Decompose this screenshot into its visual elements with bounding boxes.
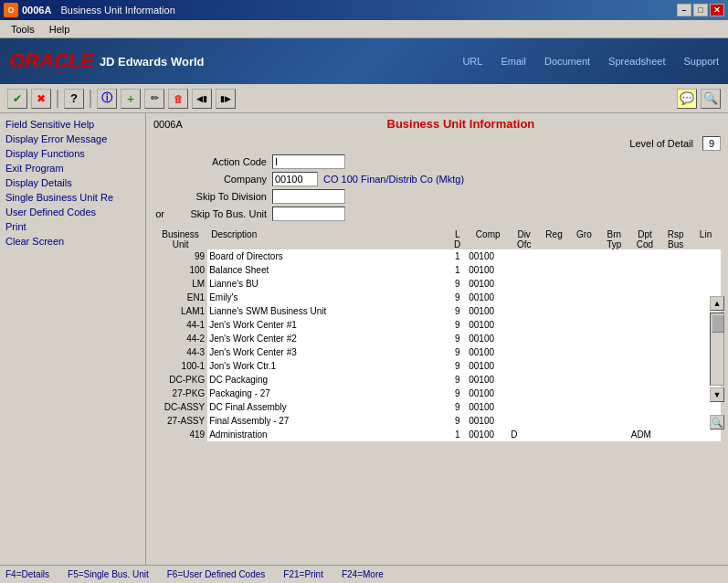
- cell-rsp: [660, 263, 691, 277]
- cell-dpt: [629, 414, 660, 428]
- header-link-document[interactable]: Document: [544, 56, 590, 67]
- action-code-label: Action Code: [153, 156, 272, 167]
- menu-tools[interactable]: Tools: [4, 22, 42, 37]
- skip-bus-unit-field: or Skip To Bus. Unit: [153, 207, 721, 221]
- info-button[interactable]: ⓘ: [97, 89, 117, 109]
- cell-rsp: [660, 373, 691, 387]
- delete-button[interactable]: 🗑: [168, 89, 188, 109]
- sidebar-item-field-sensitive-help[interactable]: Field Sensitive Help: [0, 117, 145, 132]
- action-code-input[interactable]: [272, 154, 345, 169]
- sidebar-item-user-defined-codes[interactable]: User Defined Codes: [0, 205, 145, 219]
- header-link-url[interactable]: URL: [462, 56, 482, 67]
- nav-back-button[interactable]: ◀▮: [192, 89, 212, 109]
- cell-bu: LAM1: [153, 304, 207, 318]
- form-title: Business Unit Information: [201, 117, 721, 131]
- cell-div: [509, 332, 539, 345]
- minimize-button[interactable]: –: [677, 4, 691, 16]
- table-row[interactable]: 27-PKGPackaging - 27900100: [153, 387, 721, 400]
- status-f6[interactable]: F6=User Defined Codes: [167, 569, 266, 579]
- cell-gro: [569, 304, 599, 318]
- app-icon: O: [4, 3, 18, 17]
- th-l: L: [448, 229, 467, 239]
- table-row[interactable]: 44-1Jen's Work Center #1900100: [153, 318, 721, 332]
- cell-div: [509, 345, 539, 359]
- cell-brn: [599, 332, 629, 345]
- cell-comp: 00100: [467, 400, 509, 414]
- sidebar-item-single-business-unit[interactable]: Single Business Unit Re: [0, 190, 145, 205]
- chat-button[interactable]: 💬: [677, 89, 697, 109]
- add-button[interactable]: +: [121, 89, 141, 109]
- sidebar: Field Sensitive Help Display Error Messa…: [0, 113, 146, 574]
- cell-bu: 44-1: [153, 318, 207, 332]
- table-row[interactable]: LMLianne's BU900100: [153, 277, 721, 291]
- cancel-button[interactable]: ✖: [31, 89, 51, 109]
- cell-lin: [691, 428, 721, 441]
- edit-button[interactable]: ✏: [144, 89, 164, 109]
- level-of-detail-input[interactable]: [702, 136, 721, 151]
- cell-div: [509, 400, 539, 414]
- status-f5[interactable]: F5=Single Bus. Unit: [68, 569, 149, 579]
- maximize-button[interactable]: □: [693, 4, 708, 16]
- toolbar: ✔ ✖ ? ⓘ + ✏ 🗑 ◀▮ ▮▶ 💬 🔍: [0, 84, 728, 113]
- table-row[interactable]: 27-ASSYFinal Assembly - 27900100: [153, 414, 721, 428]
- skip-bus-unit-input[interactable]: [272, 207, 345, 221]
- table-row[interactable]: 100Balance Sheet100100: [153, 263, 721, 277]
- table-row[interactable]: 419Administration100100DADM: [153, 428, 721, 441]
- help-button[interactable]: ?: [64, 89, 84, 109]
- cell-gro: [569, 414, 599, 428]
- status-f24[interactable]: F24=More: [342, 569, 384, 579]
- sidebar-item-display-details[interactable]: Display Details: [0, 175, 145, 190]
- header-link-spreadsheet[interactable]: Spreadsheet: [608, 56, 665, 67]
- title-bar-title: Business Unit Information: [60, 5, 174, 16]
- level-of-detail-label: Level of Detail: [629, 138, 693, 149]
- th-d: D: [448, 239, 467, 249]
- header-link-email[interactable]: Email: [501, 56, 526, 67]
- sidebar-item-display-functions[interactable]: Display Functions: [0, 146, 145, 161]
- oracle-text: ORACLE: [9, 49, 94, 73]
- table-row[interactable]: 44-2Jen's Work Center #2900100: [153, 332, 721, 345]
- status-f21[interactable]: F21=Print: [283, 569, 323, 579]
- sidebar-item-clear-screen[interactable]: Clear Screen: [0, 234, 145, 249]
- cell-rsp: [660, 387, 691, 400]
- close-button[interactable]: ✕: [710, 4, 724, 16]
- header-links: URL Email Document Spreadsheet Support: [462, 56, 719, 67]
- sidebar-item-display-error-message[interactable]: Display Error Message: [0, 132, 145, 146]
- sidebar-item-exit-program[interactable]: Exit Program: [0, 161, 145, 175]
- skip-division-input[interactable]: [272, 189, 345, 204]
- cell-rsp: [660, 414, 691, 428]
- cell-bu: DC-PKG: [153, 373, 207, 387]
- table-row[interactable]: 100-1Jon's Work Ctr.1900100: [153, 359, 721, 373]
- search-button[interactable]: 🔍: [701, 89, 721, 109]
- header-link-support[interactable]: Support: [683, 56, 719, 67]
- table-row[interactable]: 44-3Jen's Work Center #3900100: [153, 345, 721, 359]
- cell-brn: [599, 277, 629, 291]
- scroll-search-button[interactable]: 🔍: [710, 415, 724, 429]
- th-description: Description: [207, 229, 448, 239]
- table-row[interactable]: DC-ASSYDC Final Assembly900100: [153, 400, 721, 414]
- cell-dpt: [629, 387, 660, 400]
- cell-rsp: [660, 249, 691, 263]
- scroll-down-button[interactable]: ▼: [710, 387, 724, 402]
- cell-brn: [599, 291, 629, 304]
- cell-div: [509, 373, 539, 387]
- cell-brn: [599, 400, 629, 414]
- table-row[interactable]: DC-PKGDC Packaging900100: [153, 373, 721, 387]
- nav-forward-button[interactable]: ▮▶: [216, 89, 236, 109]
- company-input[interactable]: [272, 172, 318, 186]
- table-row[interactable]: LAM1Lianne's SWM Business Unit900100: [153, 304, 721, 318]
- th-brn: Brn: [599, 229, 629, 239]
- cell-desc: Administration: [207, 428, 448, 441]
- ok-button[interactable]: ✔: [7, 89, 27, 109]
- cell-desc: Final Assembly - 27: [207, 414, 448, 428]
- toolbar-separator-1: [57, 90, 58, 108]
- scrollbar-track[interactable]: [710, 313, 724, 386]
- status-f4[interactable]: F4=Details: [5, 569, 49, 579]
- cell-desc: Jon's Work Ctr.1: [207, 359, 448, 373]
- sidebar-item-print[interactable]: Print: [0, 219, 145, 234]
- menu-help[interactable]: Help: [42, 22, 78, 37]
- cell-reg: [539, 332, 569, 345]
- scrollbar-thumb[interactable]: [712, 314, 724, 333]
- table-row[interactable]: EN1Emily's900100: [153, 291, 721, 304]
- scroll-up-button[interactable]: ▲: [710, 296, 724, 311]
- table-row[interactable]: 99Board of Directors100100: [153, 249, 721, 263]
